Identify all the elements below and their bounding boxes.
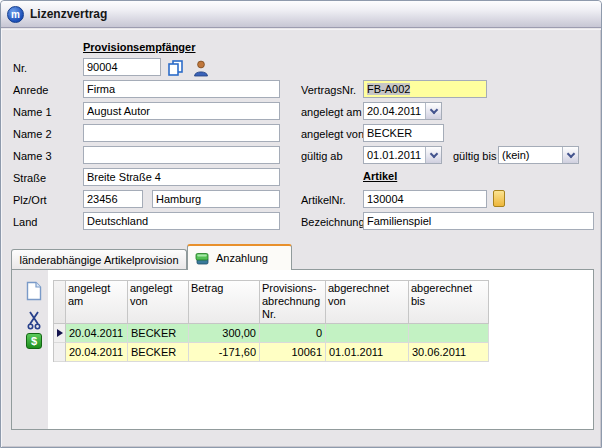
cell-betrag: 300,00 — [189, 324, 260, 343]
gueltig-bis-combo[interactable]: (kein) — [498, 146, 579, 164]
artikelnr-label: ArtikelNr. — [301, 194, 346, 206]
cell-provisionsabrechnung-nr: 0 — [260, 324, 326, 343]
column-header[interactable]: Betrag — [189, 281, 260, 324]
form-area: Provisionsempfänger Nr. Anrede Name 1 Na… — [1, 29, 601, 447]
cell-betrag: -171,60 — [189, 343, 260, 362]
vertragsnr-value: FB-A002 — [367, 83, 410, 95]
name2-label: Name 2 — [13, 128, 52, 140]
cell-abgerechnet-bis: 30.06.2011 — [409, 343, 489, 362]
column-header[interactable]: abgerechnet von — [326, 281, 409, 324]
artikelnr-input[interactable] — [363, 190, 487, 208]
person-icon[interactable] — [191, 58, 211, 78]
row-selector[interactable] — [54, 343, 66, 362]
name3-label: Name 3 — [13, 150, 52, 162]
bezeichnung-label: Bezeichnung — [301, 216, 365, 228]
tab-anzahlung[interactable]: Anzahlung — [187, 244, 292, 270]
tab-laenderabhaengige-artikelprovision[interactable]: länderabhängige Artikelprovision — [11, 249, 187, 269]
column-header[interactable]: angelegt am — [66, 281, 128, 324]
gueltig-bis-label: gültig bis — [453, 150, 496, 162]
tab-label: Anzahlung — [216, 252, 268, 264]
land-label: Land — [13, 216, 37, 228]
name1-label: Name 1 — [13, 106, 52, 118]
angelegt-am-label: angelegt am — [301, 106, 362, 118]
artikel-heading: Artikel — [363, 170, 397, 182]
name2-input[interactable] — [83, 124, 280, 142]
gueltig-bis-dropdown-button[interactable] — [562, 147, 578, 163]
cell-angelegt-von: BECKER — [128, 343, 189, 362]
chevron-down-icon — [429, 105, 437, 113]
plzort-label: Plz/Ort — [13, 194, 47, 206]
gueltig-ab-combo[interactable]: 01.01.2011 — [363, 146, 442, 164]
angelegt-am-dropdown-button[interactable] — [425, 103, 441, 119]
vertragsnr-field[interactable]: FB-A002 — [363, 80, 487, 98]
strasse-label: Straße — [13, 172, 46, 184]
current-row-arrow-icon — [57, 329, 63, 337]
payment-dollar-icon[interactable]: $ — [26, 333, 42, 349]
window-title: Lizenzvertrag — [30, 7, 107, 21]
anzahlung-panel: $ angelegt am angelegt von Betrag Provis… — [11, 269, 594, 430]
tab-label: länderabhängige Artikelprovision — [20, 254, 179, 266]
column-header-selector[interactable] — [54, 281, 66, 324]
cell-angelegt-am: 20.04.2011 — [66, 343, 128, 362]
chevron-down-icon — [429, 149, 437, 157]
cell-abgerechnet-von: 01.01.2011 — [326, 343, 409, 362]
anrede-label: Anrede — [13, 84, 48, 96]
table-toolbar: $ — [12, 270, 48, 429]
column-header[interactable]: angelegt von — [128, 281, 189, 324]
anrede-input[interactable] — [83, 80, 280, 98]
name3-input[interactable] — [83, 146, 280, 164]
plz-input[interactable] — [83, 190, 143, 208]
cell-angelegt-von: BECKER — [128, 324, 189, 343]
new-record-icon[interactable] — [25, 281, 43, 301]
bezeichnung-input[interactable] — [363, 212, 594, 230]
name1-input[interactable] — [83, 102, 280, 120]
gueltig-bis-value: (kein) — [502, 149, 530, 161]
vertragsnr-label: VertragsNr. — [301, 84, 356, 96]
column-header[interactable]: Provisions-abrechnung Nr. — [260, 281, 326, 324]
provisionsempfaenger-heading: Provisionsempfänger — [83, 41, 195, 53]
cell-provisionsabrechnung-nr: 10061 — [260, 343, 326, 362]
nr-input[interactable] — [83, 58, 161, 76]
anzahlung-icon — [195, 252, 211, 265]
cell-abgerechnet-bis — [409, 324, 489, 343]
cell-angelegt-am: 20.04.2011 — [66, 324, 128, 343]
land-input[interactable] — [83, 212, 280, 230]
cut-icon[interactable] — [26, 311, 43, 331]
angelegt-am-value: 20.04.2011 — [367, 105, 421, 117]
gueltig-ab-dropdown-button[interactable] — [425, 147, 441, 163]
nr-label: Nr. — [13, 62, 27, 74]
lizenzvertrag-window: m Lizenzvertrag Provisionsempfänger Nr. … — [0, 0, 602, 448]
app-icon[interactable]: m — [7, 6, 24, 23]
gueltig-ab-value: 01.01.2011 — [367, 149, 421, 161]
anzahlung-table: angelegt am angelegt von Betrag Provisio… — [53, 280, 489, 362]
cell-abgerechnet-von — [326, 324, 409, 343]
title-bar[interactable]: m Lizenzvertrag — [1, 1, 601, 28]
angelegt-von-input[interactable] — [363, 124, 444, 142]
strasse-input[interactable] — [83, 168, 280, 186]
angelegt-am-combo[interactable]: 20.04.2011 — [363, 102, 442, 120]
row-selector[interactable] — [54, 324, 66, 343]
gueltig-ab-label: gültig ab — [301, 150, 343, 162]
angelegt-von-label: angelegt von — [301, 128, 364, 140]
note-icon[interactable] — [493, 190, 505, 207]
chevron-down-icon — [566, 149, 574, 157]
column-header[interactable]: abgerechnet bis — [409, 281, 489, 324]
copy-icon[interactable] — [166, 58, 186, 78]
ort-input[interactable] — [152, 190, 280, 208]
